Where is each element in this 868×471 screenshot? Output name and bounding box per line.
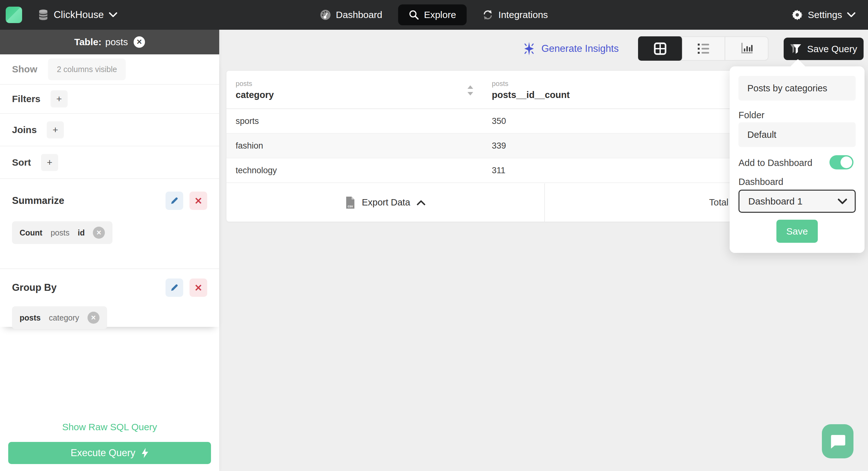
save-query-label: Save Query xyxy=(807,43,857,54)
group-by-section: Group By ✕ posts category ✕ xyxy=(0,269,219,327)
dashboard-label: Dashboard xyxy=(739,177,783,187)
popover-save-button[interactable]: Save xyxy=(776,220,818,243)
cell-count: 339 xyxy=(492,141,506,151)
chart-view-toggle[interactable] xyxy=(725,37,768,60)
sidebar-sections: Show 2 columns visible Filters + Joins +… xyxy=(0,54,219,327)
main-nav: Dashboard Explore Integrations xyxy=(317,0,551,30)
remove-group-by-field-icon[interactable]: ✕ xyxy=(88,312,99,324)
cell-category: technology xyxy=(236,166,277,175)
funnel-icon xyxy=(790,43,801,54)
summarize-section: Summarize ✕ Count posts id ✕ xyxy=(0,179,219,269)
brand-name: ClickHouse xyxy=(54,9,104,21)
sort-icon[interactable] xyxy=(467,85,474,97)
generate-insights-link[interactable]: Generate Insights xyxy=(522,38,619,60)
gear-icon xyxy=(792,9,803,21)
view-toggle-group xyxy=(638,36,769,61)
main-content: Generate Insights Save Query posts categ… xyxy=(219,30,868,471)
chart-view-icon xyxy=(739,42,754,55)
generate-insights-label: Generate Insights xyxy=(541,43,619,54)
show-label: Show xyxy=(12,64,37,75)
nav-item-integrations[interactable]: Integrations xyxy=(479,4,551,25)
chevron-down-icon xyxy=(847,12,856,18)
summarize-agg: Count xyxy=(20,228,42,237)
save-query-button[interactable]: Save Query xyxy=(784,38,864,60)
chat-widget-button[interactable] xyxy=(822,424,854,458)
joins-row: Joins + xyxy=(0,114,219,146)
brand-cluster[interactable]: ClickHouse xyxy=(6,0,117,30)
cell-category: sports xyxy=(236,116,259,126)
remove-group-by-button[interactable]: ✕ xyxy=(189,278,207,297)
folder-label: Folder xyxy=(739,110,765,120)
nav-item-explore[interactable]: Explore xyxy=(398,4,467,25)
sort-label: Sort xyxy=(12,157,31,168)
columns-visible-chip[interactable]: 2 columns visible xyxy=(48,58,126,80)
table-header-bar: Table: posts ✕ xyxy=(0,30,219,54)
column-header-category[interactable]: category xyxy=(236,90,274,100)
lightning-icon xyxy=(141,448,149,458)
add-join-button[interactable]: + xyxy=(47,121,64,139)
chevron-down-icon xyxy=(838,199,847,204)
summarize-chip: Count posts id ✕ xyxy=(12,221,113,244)
add-to-dashboard-label: Add to Dashboard xyxy=(739,158,812,168)
csv-file-icon: csv xyxy=(345,196,355,209)
column-group: posts xyxy=(236,80,252,88)
nav-item-label: Dashboard xyxy=(336,9,382,20)
add-to-dashboard-toggle[interactable] xyxy=(830,155,854,170)
table-name: posts xyxy=(105,37,128,48)
nav-item-label: Integrations xyxy=(498,9,548,20)
execute-query-label: Execute Query xyxy=(70,447,135,459)
show-raw-sql-link[interactable]: Show Raw SQL Query xyxy=(0,422,219,433)
summarize-label: Summarize xyxy=(12,195,64,206)
export-data-button[interactable]: csv Export Data xyxy=(226,183,544,222)
show-row: Show 2 columns visible xyxy=(0,54,219,85)
cell-count: 311 xyxy=(492,166,505,175)
filters-row: Filters + xyxy=(0,85,219,114)
filters-label: Filters xyxy=(12,94,40,104)
edit-group-by-button[interactable] xyxy=(165,278,183,297)
cell-count: 350 xyxy=(492,116,506,126)
app-logo xyxy=(6,7,22,23)
export-data-label: Export Data xyxy=(362,197,410,208)
nav-item-dashboard[interactable]: Dashboard xyxy=(317,4,385,25)
nav-item-label: Explore xyxy=(424,9,456,20)
sync-icon xyxy=(483,9,493,20)
table-view-icon xyxy=(653,42,668,56)
list-view-toggle[interactable] xyxy=(682,37,725,60)
footer-divider xyxy=(544,183,545,222)
remove-summarize-field-icon[interactable]: ✕ xyxy=(93,227,105,239)
dashboard-select[interactable]: Dashboard 1 xyxy=(739,190,856,213)
settings-label: Settings xyxy=(808,9,842,20)
toggle-knob xyxy=(840,156,852,168)
remove-summarize-button[interactable]: ✕ xyxy=(189,192,207,210)
svg-text:csv: csv xyxy=(348,205,353,208)
search-icon xyxy=(409,10,419,20)
summarize-column: id xyxy=(78,228,85,237)
summarize-table: posts xyxy=(51,228,69,237)
dashboard-select-value: Dashboard 1 xyxy=(748,196,803,207)
save-query-popover: Folder Add to Dashboard Dashboard Dashbo… xyxy=(730,66,865,253)
pencil-icon xyxy=(170,283,179,292)
table-view-toggle[interactable] xyxy=(638,36,683,61)
group-by-label: Group By xyxy=(12,282,57,293)
add-filter-button[interactable]: + xyxy=(51,90,68,108)
cell-category: fashion xyxy=(236,141,263,151)
edit-summarize-button[interactable] xyxy=(165,192,183,210)
add-sort-button[interactable]: + xyxy=(41,154,58,171)
group-by-column: category xyxy=(49,313,79,322)
column-header-count[interactable]: posts__id__count xyxy=(492,90,570,100)
database-icon xyxy=(38,9,48,20)
query-name-input[interactable] xyxy=(739,76,856,100)
joins-label: Joins xyxy=(12,124,37,135)
pencil-icon xyxy=(170,196,179,205)
folder-input[interactable] xyxy=(739,122,856,147)
query-builder-sidebar: Table: posts ✕ Show 2 columns visible Fi… xyxy=(0,30,219,471)
settings-menu[interactable]: Settings xyxy=(792,0,856,30)
gauge-icon xyxy=(320,9,331,20)
group-by-chip: posts category ✕ xyxy=(12,306,107,329)
chat-bubble-icon xyxy=(829,433,846,449)
group-by-table: posts xyxy=(20,313,41,322)
execute-query-button[interactable]: Execute Query xyxy=(8,442,211,464)
chevron-up-icon xyxy=(416,200,426,205)
top-navbar: ClickHouse Dashboard Explore Integration… xyxy=(0,0,868,30)
close-table-icon[interactable]: ✕ xyxy=(134,36,145,48)
